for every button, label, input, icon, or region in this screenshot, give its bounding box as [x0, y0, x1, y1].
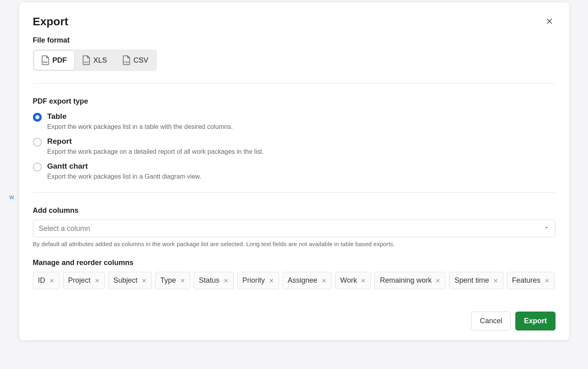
export-button[interactable]: Export: [515, 312, 555, 330]
column-tag-label: Priority: [242, 276, 265, 285]
column-tag-label: Features: [512, 276, 541, 285]
export-dialog: E w Export File format PDFPDFXLSXLSCSVCS…: [19, 2, 569, 340]
export-type-title: Table: [47, 112, 233, 121]
file-format-heading: File format: [33, 36, 555, 45]
close-icon: [142, 278, 146, 283]
columns-tag-list: IDProjectSubjectTypeStatusPriorityAssign…: [33, 272, 555, 289]
remove-column-button[interactable]: [361, 278, 366, 283]
remove-column-button[interactable]: [321, 278, 326, 283]
add-columns-combobox[interactable]: Select a column: [33, 220, 555, 237]
remove-column-button[interactable]: [269, 278, 274, 283]
remove-column-button[interactable]: [435, 278, 440, 283]
close-icon: [49, 278, 54, 283]
column-tag-label: Spent time: [454, 276, 489, 285]
close-icon: [180, 278, 185, 283]
close-icon: [435, 278, 440, 283]
column-tag-label: Status: [199, 276, 220, 285]
column-tag[interactable]: Type: [155, 272, 190, 289]
column-tag[interactable]: Assignee: [283, 272, 332, 289]
file-format-group: PDFPDFXLSXLSCSVCSV: [33, 49, 157, 71]
column-tag-label: Remaining work: [380, 276, 431, 285]
close-icon: [545, 278, 549, 283]
file-format-csv-button[interactable]: CSVCSV: [115, 50, 156, 70]
svg-text:XLS: XLS: [84, 61, 89, 63]
add-columns-help: By default all attributes added as colum…: [33, 241, 555, 247]
add-columns-heading: Add columns: [33, 206, 555, 215]
remove-column-button[interactable]: [224, 278, 228, 283]
close-icon: [361, 278, 366, 283]
column-tag[interactable]: Features: [507, 272, 555, 289]
export-type-option-gantt[interactable]: Gantt chartExport the work packages list…: [33, 162, 555, 180]
file-csv-icon: CSV: [122, 55, 130, 65]
column-tag-label: Assignee: [288, 276, 317, 285]
close-icon: [321, 278, 326, 283]
close-button[interactable]: [543, 15, 555, 27]
export-type-desc: Export the work packages list in a table…: [47, 123, 233, 130]
remove-column-button[interactable]: [49, 278, 54, 283]
column-tag-label: Type: [161, 276, 176, 285]
close-icon: [269, 278, 274, 283]
file-format-label: XLS: [94, 56, 107, 65]
file-xls-icon: XLS: [82, 55, 90, 65]
close-icon: [546, 18, 553, 25]
column-tag[interactable]: Status: [194, 272, 234, 289]
remove-column-button[interactable]: [95, 278, 100, 283]
remove-column-button[interactable]: [493, 278, 498, 283]
column-tag-label: Project: [68, 276, 91, 285]
file-format-label: CSV: [134, 56, 149, 65]
export-type-title: Gantt chart: [47, 162, 201, 171]
column-tag[interactable]: ID: [33, 272, 59, 289]
export-type-option-table[interactable]: TableExport the work packages list in a …: [33, 112, 555, 130]
column-tag-label: Subject: [114, 276, 138, 285]
column-tag-label: Work: [340, 276, 357, 285]
export-type-desc: Export the work package on a detailed re…: [47, 148, 264, 155]
manage-columns-heading: Manage and reorder columns: [33, 259, 555, 267]
chevron-down-icon: [544, 225, 549, 232]
close-icon: [224, 278, 228, 283]
radio-button[interactable]: [33, 113, 42, 122]
export-type-desc: Export the work packages list in a Gantt…: [47, 173, 201, 180]
column-tag[interactable]: Priority: [237, 272, 279, 289]
export-type-option-report[interactable]: ReportExport the work package on a detai…: [33, 137, 555, 155]
column-tag[interactable]: Remaining work: [374, 272, 446, 289]
radio-button[interactable]: [33, 138, 42, 147]
export-type-list: TableExport the work packages list in a …: [33, 112, 555, 180]
file-format-xls-button[interactable]: XLSXLS: [75, 50, 115, 70]
combobox-placeholder: Select a column: [39, 224, 544, 233]
close-icon: [493, 278, 498, 283]
cancel-button[interactable]: Cancel: [471, 312, 511, 330]
column-tag[interactable]: Subject: [108, 272, 152, 289]
file-pdf-icon: PDF: [41, 55, 49, 65]
remove-column-button[interactable]: [142, 278, 146, 283]
close-icon: [95, 278, 100, 283]
dialog-footer: Cancel Export: [33, 312, 555, 330]
remove-column-button[interactable]: [545, 278, 549, 283]
column-tag[interactable]: Spent time: [449, 272, 503, 289]
radio-button[interactable]: [33, 163, 42, 171]
remove-column-button[interactable]: [180, 278, 185, 283]
dialog-title: Export: [33, 15, 69, 28]
svg-text:CSV: CSV: [124, 61, 128, 63]
svg-text:PDF: PDF: [43, 61, 48, 63]
column-tag[interactable]: Project: [63, 272, 105, 289]
export-type-heading: PDF export type: [33, 97, 555, 106]
column-tag-label: ID: [38, 276, 45, 285]
file-format-pdf-button[interactable]: PDFPDF: [34, 50, 75, 70]
export-type-title: Report: [47, 137, 264, 146]
column-tag[interactable]: Work: [335, 272, 371, 289]
file-format-label: PDF: [53, 56, 67, 65]
